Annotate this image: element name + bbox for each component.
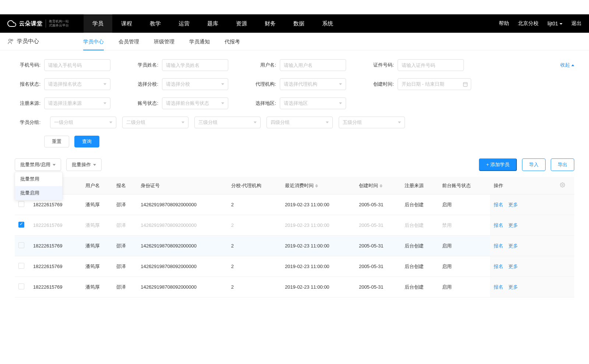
gear-icon[interactable] bbox=[560, 182, 565, 188]
branch-selector[interactable]: 北京分校 bbox=[518, 20, 539, 27]
sort-icon bbox=[315, 184, 318, 188]
student-table: 用户名 报名 身份证号 分校-代理机构 最近消费时间 创建时间 注册来源 前台账… bbox=[15, 177, 574, 297]
bulk-toggle-dropdown[interactable]: 批量禁用/启用 bbox=[15, 158, 61, 171]
bulk-disable-item[interactable]: 批量禁用 bbox=[15, 172, 62, 186]
subnav-tabs: 学员中心会员管理班级管理学员通知代报考 bbox=[83, 33, 240, 50]
op-more-link[interactable]: 更多 bbox=[508, 243, 518, 249]
op-enroll-link[interactable]: 报名 bbox=[494, 243, 503, 249]
cell-id: 142629198708092000000 bbox=[137, 256, 228, 277]
logout-link[interactable]: 退出 bbox=[571, 20, 582, 27]
group-1-select[interactable]: 一级分组 bbox=[50, 117, 116, 128]
op-more-link[interactable]: 更多 bbox=[508, 264, 518, 269]
region-select[interactable]: 请选择地区 bbox=[280, 97, 346, 109]
search-button[interactable]: 查询 bbox=[74, 136, 99, 147]
cell-acct-status: 禁用 bbox=[438, 215, 490, 236]
cell-id: 142629198708092000000 bbox=[137, 277, 228, 297]
name-input[interactable] bbox=[162, 59, 228, 71]
subnav: 学员中心 学员中心会员管理班级管理学员通知代报考 bbox=[0, 33, 589, 50]
page-title: 学员中心 bbox=[7, 38, 39, 45]
cell-enroll: 邵泽 bbox=[113, 256, 137, 277]
cell-enroll: 邵泽 bbox=[113, 277, 137, 297]
cell-branch: 2 bbox=[228, 215, 281, 236]
cell-reg-source: 后台创建 bbox=[401, 256, 439, 277]
cell-username: 潘筠厚 bbox=[82, 195, 113, 215]
group-4-select[interactable]: 四级分组 bbox=[267, 117, 333, 128]
op-enroll-link[interactable]: 报名 bbox=[494, 264, 503, 269]
group-5-select[interactable]: 五级分组 bbox=[339, 117, 405, 128]
op-more-link[interactable]: 更多 bbox=[508, 222, 518, 228]
acct-status-select[interactable]: 请选择前台账号状态 bbox=[162, 97, 228, 109]
cell-branch: 2 bbox=[228, 195, 281, 215]
svg-point-1 bbox=[11, 39, 13, 41]
op-enroll-link[interactable]: 报名 bbox=[494, 284, 503, 290]
row-checkbox[interactable] bbox=[18, 242, 24, 248]
th-last-spend[interactable]: 最近消费时间 bbox=[281, 177, 355, 195]
idnum-input[interactable] bbox=[398, 59, 464, 71]
username-input[interactable] bbox=[280, 59, 346, 71]
op-enroll-link[interactable]: 报名 bbox=[494, 222, 503, 228]
enroll-status-select[interactable]: 请选择报名状态 bbox=[44, 78, 110, 90]
group-2-select[interactable]: 二级分组 bbox=[122, 117, 188, 128]
import-button[interactable]: 导入 bbox=[522, 158, 546, 171]
create-time-picker[interactable]: 开始日期 - 结束日期 bbox=[398, 78, 471, 90]
th-username: 用户名 bbox=[82, 177, 113, 195]
nav-item-7[interactable]: 数据 bbox=[285, 14, 313, 33]
phone-input[interactable] bbox=[44, 59, 110, 71]
row-checkbox[interactable] bbox=[18, 201, 24, 207]
cell-reg-source: 后台创建 bbox=[401, 277, 439, 297]
cell-last-spend: 2019-02-23 11:00:00 bbox=[281, 277, 355, 297]
group-3-select[interactable]: 三级分组 bbox=[194, 117, 261, 128]
acct-status-label: 账号状态: bbox=[133, 100, 158, 107]
idnum-label: 证件号码: bbox=[368, 62, 394, 68]
svg-point-4 bbox=[562, 184, 564, 186]
row-checkbox[interactable] bbox=[18, 283, 24, 289]
reset-button[interactable]: 重置 bbox=[44, 136, 69, 147]
subnav-tab-1[interactable]: 会员管理 bbox=[119, 33, 139, 50]
reg-source-select[interactable]: 请选择注册来源 bbox=[44, 97, 110, 109]
subnav-tab-0[interactable]: 学员中心 bbox=[83, 33, 104, 50]
user-menu[interactable]: lijt01 bbox=[547, 21, 562, 26]
cell-username: 潘筠厚 bbox=[82, 277, 113, 297]
nav-item-1[interactable]: 课程 bbox=[112, 14, 141, 33]
cell-phone: 18222615769 bbox=[29, 236, 82, 256]
subnav-tab-2[interactable]: 班级管理 bbox=[154, 33, 174, 50]
topbar-right: 帮助 北京分校 lijt01 退出 bbox=[499, 20, 582, 27]
subnav-tab-4[interactable]: 代报考 bbox=[225, 33, 240, 50]
table-row: 18222615769 潘筠厚 邵泽 142629198708092000000… bbox=[15, 256, 574, 277]
table-row: 18222615769 潘筠厚 邵泽 142629198708092000000… bbox=[15, 215, 574, 236]
th-branch: 分校-代理机构 bbox=[228, 177, 281, 195]
branch-select[interactable]: 请选择分校 bbox=[162, 78, 228, 90]
nav-item-2[interactable]: 教学 bbox=[141, 14, 170, 33]
cell-reg-source: 后台创建 bbox=[401, 195, 439, 215]
export-button[interactable]: 导出 bbox=[551, 158, 574, 171]
cell-enroll: 邵泽 bbox=[113, 195, 137, 215]
th-create-time[interactable]: 创建时间 bbox=[355, 177, 401, 195]
agency-select[interactable]: 请选择代理机构 bbox=[280, 78, 346, 90]
help-link[interactable]: 帮助 bbox=[499, 20, 509, 27]
nav-item-5[interactable]: 资源 bbox=[227, 14, 256, 33]
nav-item-6[interactable]: 财务 bbox=[256, 14, 285, 33]
cell-id: 142629198708092000000 bbox=[137, 195, 228, 215]
op-more-link[interactable]: 更多 bbox=[508, 284, 518, 290]
row-checkbox[interactable] bbox=[18, 263, 24, 269]
bulk-ops-dropdown[interactable]: 批量操作 bbox=[66, 158, 102, 171]
collapse-toggle[interactable]: 收起 bbox=[560, 62, 574, 68]
nav-item-4[interactable]: 题库 bbox=[198, 14, 227, 33]
subnav-tab-3[interactable]: 学员通知 bbox=[189, 33, 210, 50]
brand-name: 云朵课堂 bbox=[19, 20, 43, 27]
op-enroll-link[interactable]: 报名 bbox=[494, 202, 503, 207]
th-acct-status: 前台账号状态 bbox=[438, 177, 490, 195]
nav-item-3[interactable]: 运营 bbox=[170, 14, 198, 33]
nav-item-8[interactable]: 系统 bbox=[313, 14, 342, 33]
row-checkbox[interactable] bbox=[18, 222, 24, 228]
add-student-button[interactable]: + 添加学员 bbox=[479, 158, 517, 171]
table-container: 用户名 报名 身份证号 分校-代理机构 最近消费时间 创建时间 注册来源 前台账… bbox=[0, 177, 589, 297]
bulk-enable-item[interactable]: 批量启用 bbox=[15, 186, 62, 200]
op-more-link[interactable]: 更多 bbox=[508, 202, 518, 207]
branch-label: 选择分校: bbox=[133, 81, 158, 88]
caret-down-icon bbox=[560, 23, 562, 25]
table-row: 18222615769 潘筠厚 邵泽 142629198708092000000… bbox=[15, 236, 574, 256]
nav-item-0[interactable]: 学员 bbox=[84, 14, 112, 33]
cell-create-time: 2005-05-31 bbox=[355, 195, 401, 215]
user-icon bbox=[7, 38, 14, 45]
